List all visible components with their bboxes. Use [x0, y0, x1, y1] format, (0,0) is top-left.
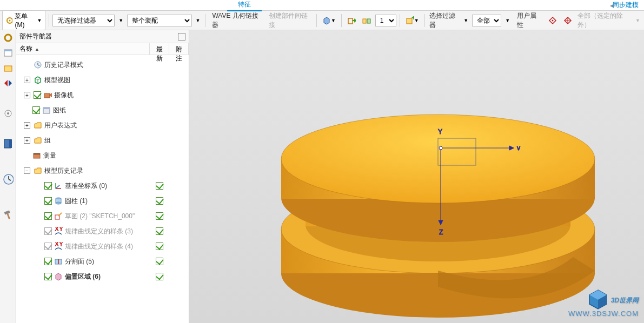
csys-icon — [54, 181, 63, 190]
rail-folder-icon[interactable] — [3, 63, 14, 73]
xyz-icon: XYZ — [54, 242, 63, 251]
svg-rect-15 — [4, 50, 12, 51]
check-icon[interactable] — [44, 243, 52, 250]
tree-row-law-spline-2[interactable]: XYZ 规律曲线定义的样条 (4) — [16, 239, 189, 254]
check-icon — [156, 197, 163, 205]
menu-button[interactable]: 菜单(M) ▼ — [2, 10, 45, 30]
clock-icon — [34, 60, 42, 69]
col-latest-header[interactable]: 最新 — [150, 43, 169, 55]
sort-asc-icon: ▲ — [35, 46, 39, 52]
tree-row-history-mode[interactable]: 历史记录模式 — [16, 57, 189, 72]
navigator-title: 部件导航器 — [19, 32, 178, 41]
col-note-header[interactable]: 附注 — [169, 43, 189, 55]
cube-icon — [322, 16, 331, 25]
tree-row-drawing[interactable]: 图纸 — [16, 103, 189, 118]
dropdown-arrow-icon[interactable]: ▼ — [503, 18, 512, 23]
extract-icon — [347, 16, 356, 25]
main-toolbar: 菜单(M) ▼ 无选择过滤器 ▼ 整个装配 ▼ WAVE 几何链接器 创建部件间… — [0, 11, 644, 30]
svg-point-9 — [552, 19, 553, 21]
check-icon[interactable] — [32, 106, 40, 114]
svg-rect-27 — [6, 213, 10, 219]
tree-row-model-history[interactable]: − 模型历史记录 — [16, 163, 189, 178]
gear-icon — [6, 17, 12, 24]
expander-icon[interactable]: + — [24, 77, 30, 83]
dropdown-arrow-icon: ▼ — [634, 18, 642, 23]
part-navigator-panel: 部件导航器 名称▲ 最新 附注 历史记录模式 + 模型视图 — [16, 30, 189, 323]
tree-row-datum[interactable]: 基准坐标系 (0) — [16, 178, 189, 193]
count-dropdown[interactable]: 1 — [375, 15, 396, 26]
col-name-header[interactable]: 名称▲ — [16, 43, 150, 55]
expander-icon[interactable]: + — [24, 137, 30, 144]
rail-book-icon[interactable] — [3, 138, 14, 149]
check-icon[interactable] — [44, 227, 52, 235]
camera-icon — [43, 91, 52, 99]
tab-feature[interactable]: 特征 — [227, 0, 262, 11]
tree-row-group[interactable]: + 组 — [16, 133, 189, 148]
rail-arrows-icon[interactable] — [3, 78, 14, 89]
check-icon[interactable] — [44, 197, 52, 205]
pin-icon[interactable] — [178, 33, 185, 41]
add-tool-button[interactable]: + ▼ — [403, 15, 421, 26]
dropdown-arrow-icon[interactable]: ▼ — [117, 18, 125, 23]
check-icon[interactable] — [44, 212, 52, 220]
tree-row-camera[interactable]: + 摄像机 — [16, 88, 189, 103]
svg-marker-36 — [50, 93, 52, 97]
target-1-button[interactable] — [546, 15, 559, 26]
all-except-selected-label: 全部（选定的除外） — [576, 11, 632, 30]
svg-point-46 — [56, 202, 61, 204]
tree-row-user-expr[interactable]: + 用户表达式 — [16, 118, 189, 133]
collapse-icon[interactable]: − — [24, 167, 30, 174]
tree-row-cylinder[interactable]: 圆柱 (1) — [16, 193, 189, 208]
svg-point-13 — [5, 35, 11, 41]
check-icon[interactable] — [44, 273, 52, 280]
xyz-icon: XYZ — [54, 227, 63, 235]
expander-icon[interactable]: + — [24, 122, 30, 129]
pattern-tool-button[interactable] — [360, 15, 373, 26]
check-icon — [156, 258, 163, 265]
svg-marker-18 — [9, 80, 12, 86]
user-properties-button[interactable]: 用户属性 — [514, 10, 543, 31]
tree-row-model-view[interactable]: + 模型视图 — [16, 72, 189, 88]
box-tool-button[interactable]: ▼ — [320, 15, 338, 26]
check-icon — [156, 182, 163, 190]
logo-cube-icon — [587, 288, 609, 309]
svg-rect-4 — [363, 19, 366, 23]
check-icon[interactable] — [44, 182, 52, 190]
folder-icon — [34, 136, 42, 145]
check-icon — [156, 273, 163, 280]
tab-sync-modeling[interactable]: 同步建模 — [613, 1, 644, 10]
rail-nav-icon[interactable] — [3, 48, 14, 58]
svg-rect-16 — [4, 66, 12, 71]
filter-all-dropdown[interactable]: 全部 — [472, 15, 501, 26]
selection-filter-dropdown[interactable]: 无选择过滤器 — [52, 15, 115, 26]
tree-row-split[interactable]: 分割面 (5) — [16, 254, 189, 269]
check-icon — [156, 212, 163, 220]
wave-geometry-linker-button[interactable]: WAVE 几何链接器 — [209, 10, 263, 31]
dropdown-arrow-icon[interactable]: ▼ — [194, 18, 202, 23]
folder-open-icon — [34, 166, 42, 175]
rail-gear-icon[interactable] — [3, 32, 14, 43]
plus-box-icon: + — [406, 16, 414, 25]
tree-header: 名称▲ 最新 附注 — [16, 43, 189, 55]
tree-row-offset[interactable]: 偏置区域 (6) — [16, 269, 189, 284]
svg-rect-38 — [43, 107, 50, 109]
rail-hammer-icon[interactable] — [3, 210, 14, 220]
tree-row-sketch[interactable]: 草图 (2) "SKETCH_000" — [16, 208, 189, 224]
viewport-3d[interactable]: v Y Z 3D世界网 WWW.3DSJW.COM — [189, 30, 644, 323]
feature-tree[interactable]: 历史记录模式 + 模型视图 + 摄像机 — [16, 55, 189, 323]
dropdown-arrow-icon[interactable]: ▼ — [462, 18, 470, 23]
check-icon[interactable] — [34, 91, 41, 99]
create-interpart-link-button[interactable]: 创建部件间链接 — [265, 10, 313, 31]
offset-icon — [54, 272, 63, 281]
assembly-scope-dropdown[interactable]: 整个装配 — [127, 15, 191, 26]
check-icon[interactable] — [44, 258, 52, 265]
expander-icon[interactable]: + — [24, 92, 30, 98]
tree-row-law-spline-1[interactable]: XYZ 规律曲线定义的样条 (3) — [16, 224, 189, 239]
svg-text:Y: Y — [438, 128, 442, 136]
rail-circle-icon[interactable] — [3, 108, 14, 119]
extract-tool-button[interactable] — [345, 15, 358, 26]
rail-clock-icon[interactable] — [3, 174, 14, 185]
svg-text:Z: Z — [439, 228, 443, 236]
tree-row-measure[interactable]: 测量 — [16, 148, 189, 163]
target-2-button[interactable] — [561, 15, 574, 26]
